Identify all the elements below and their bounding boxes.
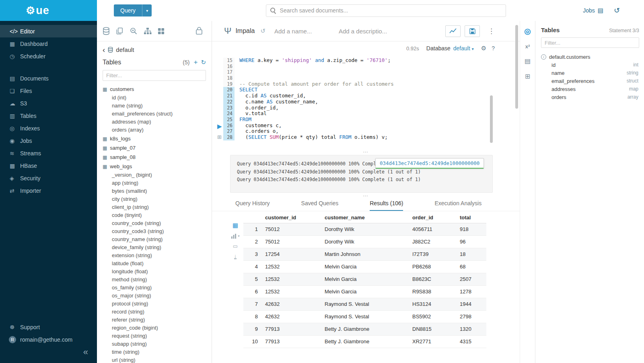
language-docs-icon[interactable]: ▤ <box>525 57 531 65</box>
code-editor[interactable]: ▶ ▾ ⊞ ▾ 15 WHERE a.key = 'shipping' and … <box>212 55 520 151</box>
results-column-header-total[interactable]: total <box>457 212 486 223</box>
database-select[interactable]: default ▾ <box>453 45 474 52</box>
table-item-k8s-logs[interactable]: ▦ k8s_logs <box>103 134 206 143</box>
chart-button[interactable] <box>445 25 461 37</box>
table-item-customers[interactable]: ▦ customers <box>103 85 206 94</box>
apps-grid-icon[interactable] <box>158 28 165 35</box>
assist-filter-input[interactable] <box>103 70 206 81</box>
right-panel-column-email-preferences[interactable]: email_preferences struct <box>541 77 639 85</box>
column-item[interactable]: url (string) <box>103 356 206 363</box>
sidebar-collapse-button[interactable]: « <box>83 347 88 357</box>
column-item[interactable]: name (string) <box>103 102 206 110</box>
refresh-icon[interactable]: ↻ <box>201 59 206 66</box>
sidebar-item-romain-gethue-com[interactable]: R romain@gethue.com <box>0 333 97 346</box>
tab-query-history[interactable]: Query History <box>235 200 270 211</box>
column-item[interactable]: country_name (string) <box>103 235 206 243</box>
bag-icon[interactable] <box>195 27 203 35</box>
chart-view-icon[interactable]: ▾ <box>231 233 239 239</box>
code-line[interactable]: 17 <box>212 69 520 75</box>
column-item[interactable]: bytes (smallint) <box>103 187 206 195</box>
search-input[interactable] <box>280 7 502 14</box>
results-row[interactable]: 842632Raymond S. VestalBS59022798 <box>243 310 486 323</box>
sidebar-item-editor[interactable]: </> Editor <box>0 25 97 37</box>
save-button[interactable] <box>465 25 480 37</box>
column-item[interactable]: country_code (string) <box>103 219 206 227</box>
new-query-button[interactable]: Query ▾ <box>114 4 152 16</box>
code-line[interactable]: 23 o.order_id, <box>212 105 520 111</box>
active-table-row[interactable]: i default.customers <box>541 53 639 61</box>
back-chevron-icon[interactable]: ‹ <box>103 47 105 53</box>
right-panel-column-addresses[interactable]: addresses map <box>541 85 639 93</box>
query-dropdown-caret-icon[interactable]: ▾ <box>142 4 152 16</box>
functions-icon[interactable]: x² <box>525 43 530 50</box>
column-item[interactable]: record (string) <box>103 308 206 316</box>
documents-copy-icon[interactable] <box>116 27 123 35</box>
column-item[interactable]: device_family (string) <box>103 243 206 252</box>
query-history-icon[interactable]: ↺ <box>260 27 265 35</box>
results-row[interactable]: 412532Melvin GarciaPB626868 <box>243 260 486 273</box>
table-item-sample-07[interactable]: ▦ sample_07 <box>103 143 206 153</box>
right-filter-input[interactable] <box>541 37 639 48</box>
code-line[interactable]: 25 FROM <box>212 117 520 123</box>
download-icon[interactable]: ↓ <box>234 254 237 259</box>
column-item[interactable]: time (string) <box>103 348 206 356</box>
code-line[interactable]: 22 c.name AS customer_name, <box>212 99 520 105</box>
column-item[interactable]: _version_ (bigint) <box>103 171 206 179</box>
columns-view-icon[interactable]: ▭ <box>233 243 238 249</box>
code-line[interactable]: 27 c.orders o, <box>212 128 520 134</box>
results-column-header-order-id[interactable]: order_id <box>410 212 457 223</box>
results-row[interactable]: 977913Betty J. GiambroneDN88151320 <box>243 323 486 335</box>
sidebar-item-scheduler[interactable]: ◷ Scheduler <box>0 50 97 62</box>
column-item[interactable]: extension (string) <box>103 252 206 260</box>
column-item[interactable]: referer (string) <box>103 316 206 324</box>
sidebar-item-streams[interactable]: ≋ Streams <box>0 147 97 159</box>
table-item-web-logs[interactable]: ▦ web_logs <box>103 162 206 171</box>
panel-resizer[interactable]: ⋯ <box>212 151 520 154</box>
results-column-header-customer-id[interactable]: customer_id <box>263 212 322 223</box>
column-item[interactable]: latitude (float) <box>103 260 206 268</box>
code-line[interactable]: 20 SELECT <box>212 87 520 93</box>
code-line[interactable]: 16 <box>212 64 520 70</box>
column-item[interactable]: os_family (string) <box>103 284 206 292</box>
column-item[interactable]: os_major (string) <box>103 292 206 300</box>
results-column-header-customer-name[interactable]: customer_name <box>322 212 410 223</box>
breadcrumb-database[interactable]: default <box>116 46 134 53</box>
jobs-link[interactable]: Jobs ▤ <box>583 7 603 14</box>
results-row[interactable]: 612532Melvin GarciaR9S8381278 <box>243 285 486 298</box>
more-actions-icon[interactable]: ⋮ <box>484 27 499 35</box>
results-row[interactable]: 317254Martin JohnsonI72T3918 <box>243 248 486 260</box>
settings-gear-icon[interactable]: ⚙ <box>481 45 486 52</box>
results-row[interactable]: 512532Melvin GarciaB8623C2507 <box>243 273 486 285</box>
assistant-icon[interactable]: ◎ <box>524 27 531 36</box>
hue-logo[interactable]: ⚙ue <box>0 0 97 21</box>
column-item[interactable]: email_preferences (struct) <box>103 110 206 118</box>
query-name-input[interactable] <box>274 28 339 35</box>
sidebar-item-dashboard[interactable]: ▦ Dashboard <box>0 37 97 50</box>
sidebar-item-hbase[interactable]: ▩ HBase <box>0 159 97 172</box>
zoom-search-icon[interactable] <box>130 27 138 35</box>
column-item[interactable]: client_ip (string) <box>103 203 206 211</box>
right-panel-column-orders[interactable]: orders array <box>541 93 639 101</box>
sidebar-item-tables[interactable]: ▥ Tables <box>0 109 97 122</box>
column-item[interactable]: method (string) <box>103 276 206 284</box>
column-item[interactable]: region_code (bigint) <box>103 324 206 332</box>
sidebar-item-jobs[interactable]: ◉ Jobs <box>0 134 97 147</box>
sidebar-item-s3[interactable]: ☁ S3 <box>0 97 97 109</box>
query-id-tooltip[interactable]: 034d413ec7474ed5:4249de1000000000 <box>375 158 484 169</box>
grid-view-icon[interactable]: ▦ <box>232 222 238 229</box>
tab-results-106[interactable]: Results (106) <box>370 200 403 211</box>
table-item-sample-08[interactable]: ▦ sample_08 <box>103 153 206 162</box>
code-line[interactable]: 24 v.total <box>212 111 520 117</box>
sidebar-item-files[interactable]: ❏ Files <box>0 85 97 97</box>
tab-saved-queries[interactable]: Saved Queries <box>301 200 339 211</box>
editor-scrollbar[interactable] <box>490 95 493 143</box>
code-line[interactable]: 18 <box>212 75 520 81</box>
column-item[interactable]: city (string) <box>103 195 206 203</box>
results-row[interactable]: 275012Dorothy WilkJ882C296 <box>243 235 486 248</box>
code-line[interactable]: 28 (SELECT SUM(price * qty) total FROM o… <box>212 134 520 140</box>
results-row[interactable]: 175012Dorothy Wilk4056711918 <box>243 223 486 235</box>
sidebar-item-indexes[interactable]: ◎ Indexes <box>0 122 97 134</box>
column-item[interactable]: orders (array) <box>103 126 206 134</box>
results-row[interactable]: 1077913Betty J. GiambroneXR27714315 <box>243 335 486 348</box>
column-item[interactable]: id (int) <box>103 94 206 102</box>
